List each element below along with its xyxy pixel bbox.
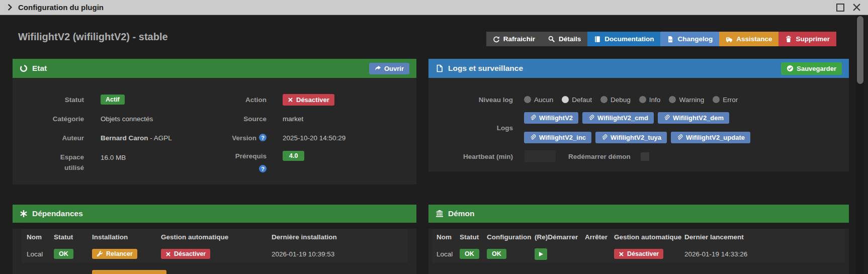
col-dernier-lancement: Dernier lancement [680, 229, 845, 245]
demon-config-badge: OK [487, 249, 506, 259]
refresh-icon [493, 36, 500, 43]
version-label: Version? [203, 134, 267, 142]
dependances-panel-body: Nom Statut Installation Gestion automati… [13, 229, 416, 274]
radio-icon[interactable] [524, 96, 531, 103]
etat-panel-title: Etat [32, 64, 47, 73]
dep-disable-button[interactable]: Désactiver [161, 249, 210, 259]
x-icon [619, 251, 624, 257]
demon-disable-button[interactable]: Désactiver [614, 249, 663, 259]
vertical-scrollbar[interactable] [856, 15, 864, 274]
documentation-button[interactable]: Documentation [587, 32, 660, 46]
paperclip-icon [663, 115, 670, 121]
auteur-value: Bernard Caron - AGPL [84, 134, 203, 142]
details-button[interactable]: Détails [542, 32, 587, 46]
col-derniere-installation: Dernière installation [267, 229, 407, 245]
radio-debug[interactable]: Debug [600, 96, 631, 104]
radio-defaut[interactable]: Defaut [562, 96, 592, 104]
radio-info[interactable]: Info [639, 96, 661, 104]
documentation-label: Documentation [604, 35, 654, 43]
paperclip-icon [530, 115, 536, 121]
changelog-button[interactable]: Changelog [660, 32, 719, 46]
toolbar: Rafraichir Détails Documentation Changel… [486, 32, 836, 46]
dep-date: 2026-01-19 10:39:53 [267, 245, 407, 263]
etat-panel: Etat Ouvrir Statut Actif Action Désactiv… [13, 59, 416, 185]
radio-icon[interactable] [600, 96, 607, 103]
col-installation: Installation [87, 229, 156, 245]
version-help-icon[interactable]: ? [259, 134, 267, 141]
maximize-button[interactable] [836, 4, 844, 12]
log-file-button[interactable]: WifilightV2_update [671, 132, 750, 143]
close-button[interactable] [852, 3, 861, 12]
auteur-name: Bernard Caron [101, 134, 148, 142]
trash-icon [785, 36, 792, 43]
log-file-buttons: WifilightV2 WifilightV2_cmd WifilightV2_… [513, 109, 754, 146]
x-icon [165, 251, 171, 257]
categorie-value: Objets connectés [84, 115, 203, 123]
save-button[interactable]: Sauvegarder [781, 62, 842, 75]
assistance-button[interactable]: Assistance [719, 32, 778, 46]
log-file-button[interactable]: WifilightV2_inc [524, 132, 591, 143]
book-icon [594, 36, 601, 43]
titlebar: Configuration du plugin [0, 0, 868, 15]
version-value: 2025-10-20 14:50:29 [267, 134, 416, 142]
disable-plugin-button[interactable]: Désactiver [283, 94, 334, 106]
open-label: Ouvrir [384, 65, 404, 72]
log-file-button[interactable]: WifilightV2_dem [658, 112, 729, 124]
source-label: Source [203, 115, 267, 123]
changelog-label: Changelog [677, 35, 713, 43]
logs-panel-body: Niveau log Aucun Defaut Debug Info Warni… [428, 78, 849, 171]
demon-panel-header: Démon [428, 205, 849, 223]
save-label: Sauvegarder [797, 65, 836, 72]
col-redemarrer: (Re)Démarrer [531, 229, 581, 245]
auteur-label: Auteur [13, 134, 84, 142]
radio-selected-icon[interactable] [562, 96, 569, 103]
col-nom: Nom [432, 229, 456, 245]
start-daemon-button[interactable] [535, 248, 547, 260]
scrollbar-thumb[interactable] [857, 16, 863, 84]
window-title: Configuration du plugin [18, 3, 104, 12]
radio-aucun[interactable]: Aucun [524, 96, 553, 104]
radio-icon[interactable] [639, 96, 646, 103]
relaunch-progress-fragment [92, 270, 166, 274]
paperclip-icon [601, 134, 607, 141]
demon-nom: Local [432, 245, 456, 263]
plugin-config-window: Configuration du plugin WifilightV2 (wif… [0, 0, 868, 274]
table-header-row: Nom Statut Configuration (Re)Démarrer Ar… [432, 229, 845, 245]
details-label: Détails [559, 35, 581, 43]
delete-button[interactable]: Supprimer [778, 32, 836, 46]
restart-daemon-checkbox[interactable] [641, 152, 649, 161]
assistance-label: Assistance [736, 35, 772, 43]
stop-daemon-cell [581, 245, 610, 263]
etat-panel-body: Statut Actif Action Désactiver Catégorie… [13, 78, 416, 185]
demon-status-badge: OK [460, 249, 479, 259]
table-row: Local OK Relancer Désactiver 2026-01-19 … [22, 245, 407, 263]
col-nom: Nom [22, 229, 49, 245]
check-circle-icon [787, 65, 794, 72]
log-file-button[interactable]: WifilightV2 [524, 112, 578, 124]
col-statut: Statut [456, 229, 483, 245]
heartbeat-row: Redémarrer démon [513, 146, 849, 166]
log-file-button[interactable]: WifilightV2_cmd [582, 112, 654, 124]
log-level-label: Niveau log [428, 90, 513, 109]
relaunch-button[interactable]: Relancer [92, 249, 137, 259]
dependances-panel: Dépendances Nom Statut Installation Gest… [13, 205, 416, 274]
radio-icon[interactable] [669, 96, 676, 103]
dependances-table: Nom Statut Installation Gestion automati… [22, 229, 407, 263]
radio-icon[interactable] [713, 96, 720, 103]
etat-panel-header: Etat Ouvrir [13, 59, 416, 78]
logs-panel: Logs et surveillance Sauvegarder Niveau … [428, 59, 849, 171]
radio-error[interactable]: Error [713, 96, 738, 104]
log-file-button[interactable]: WifilightV2_tuya [595, 132, 667, 143]
play-icon [538, 251, 544, 257]
asterisk-icon [20, 210, 28, 218]
prerequis-help-icon[interactable]: ? [259, 165, 267, 172]
log-level-options: Aucun Defaut Debug Info Warning Error [513, 90, 849, 109]
open-button[interactable]: Ouvrir [369, 63, 409, 74]
x-icon [288, 97, 293, 103]
radio-warning[interactable]: Warning [669, 96, 704, 104]
paperclip-icon [588, 115, 594, 121]
col-gestion: Gestion automatique [156, 229, 267, 245]
refresh-button[interactable]: Rafraichir [486, 32, 542, 46]
auteur-license: - AGPL [148, 134, 172, 142]
heartbeat-input[interactable] [524, 150, 556, 163]
